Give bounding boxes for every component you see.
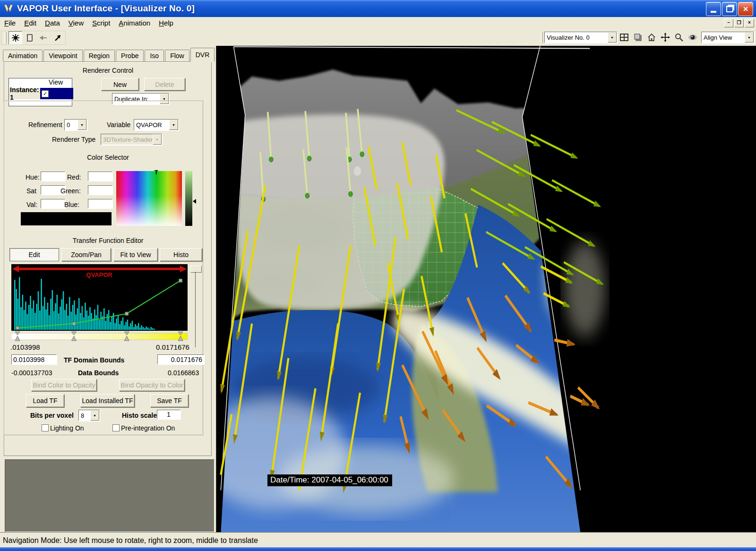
visualizer-viewport[interactable]: Date/Time: 2007-04-05_06:00:00 [216, 46, 756, 533]
toolbar: Visualizer No. 0 ▼ Align View [0, 29, 756, 46]
renderer-type-select: 3DTexture-Shader ▼ [101, 134, 162, 145]
mdi-minimize-button[interactable]: – [724, 19, 733, 27]
instance-view-checkbox[interactable]: ✓ [42, 90, 49, 97]
histo-scale-input[interactable] [157, 410, 180, 419]
menu-bar: FileEditDataViewScriptAnimationHelp – ❐ … [0, 17, 756, 30]
new-visualizer-button[interactable] [618, 31, 630, 43]
layers-icon [633, 33, 643, 42]
refinement-label: Refinement [28, 121, 62, 129]
view-column-header: View [40, 78, 71, 88]
variable-value: QVAPOR [134, 121, 169, 129]
hue-sat-picker[interactable]: T [116, 171, 182, 226]
snowflake-tool-button[interactable] [9, 31, 22, 44]
chevron-down-icon[interactable]: ▼ [608, 32, 617, 43]
menu-data[interactable]: Data [41, 17, 64, 28]
visualizer-select[interactable]: Visualizer No. 0 ▼ [544, 32, 617, 43]
color-selector-title: Color Selector [0, 154, 216, 161]
tf-editor-title: Transfer Function Editor [0, 237, 216, 244]
home-view-button[interactable] [645, 31, 658, 43]
menu-file[interactable]: File [0, 17, 20, 28]
tab-iso[interactable]: Iso [145, 50, 164, 61]
bits-per-voxel-select[interactable]: 8 ▼ [78, 410, 100, 421]
tab-bar: AnimationViewpointRegionProbeIsoFlowDVR [3, 48, 215, 61]
app-window: VAPOR User Interface - [Visualizer No. 0… [0, 0, 756, 551]
tab-viewpoint[interactable]: Viewpoint [43, 50, 82, 61]
align-view-select[interactable]: Align View ▼ [701, 32, 754, 43]
tab-flow[interactable]: Flow [165, 50, 189, 61]
tf-min-input[interactable] [11, 354, 57, 364]
delete-instance-button: Delete [144, 78, 185, 91]
move-view-button[interactable] [659, 31, 671, 43]
tf-fittoview-button[interactable]: Fit to View [113, 248, 158, 261]
restore-button[interactable] [722, 2, 737, 16]
variable-label: Variable [107, 121, 130, 129]
tf-vertical-slider-handle[interactable] [190, 266, 202, 273]
bind-opacity-button: Bind Opacity to Color [119, 379, 185, 391]
notebook-icon [26, 34, 34, 42]
home-icon [647, 33, 656, 42]
navigate-tool-button[interactable] [51, 32, 63, 44]
histogram-plot[interactable]: QVAPOR [11, 264, 188, 341]
mdi-restore-button[interactable]: ❐ [734, 19, 744, 27]
menu-view[interactable]: View [64, 17, 88, 28]
lighting-checkbox[interactable] [42, 424, 49, 431]
load-tf-button[interactable]: Load TF [26, 394, 64, 407]
chevron-down-icon[interactable]: ▼ [745, 32, 754, 43]
tab-dvr[interactable]: DVR [190, 48, 215, 61]
menu-animation[interactable]: Animation [114, 17, 155, 28]
grid-icon [619, 33, 629, 42]
instance-view-cell[interactable]: ✓ [40, 88, 73, 99]
hue-input[interactable] [41, 172, 65, 181]
toolbar-grip-right[interactable] [541, 32, 543, 43]
menu-help[interactable]: Help [155, 17, 178, 28]
blue-label: Blue: [64, 201, 79, 208]
title-bar[interactable]: VAPOR User Interface - [Visualizer No. 0… [0, 0, 756, 17]
tab-region[interactable]: Region [84, 50, 115, 61]
blue-input[interactable] [88, 199, 112, 208]
renderer-control-title: Renderer Control [0, 67, 216, 74]
hue-label: Hue: [26, 173, 40, 181]
bits-per-voxel-value: 8 [79, 412, 90, 419]
mdi-close-button[interactable]: × [745, 19, 754, 27]
taskbar-strip [0, 547, 756, 551]
tab-animation[interactable]: Animation [3, 50, 43, 61]
val-input[interactable] [41, 199, 65, 208]
tf-edit-button[interactable]: Edit [9, 248, 59, 261]
align-view-value: Align View [702, 34, 745, 41]
save-tf-button[interactable]: Save TF [150, 394, 189, 407]
eye-view-button[interactable] [686, 31, 699, 43]
chevron-down-icon[interactable]: ▼ [90, 410, 99, 421]
sat-label: Sat [26, 187, 36, 195]
chevron-down-icon[interactable]: ▼ [77, 120, 86, 130]
toolbar-grip[interactable] [4, 32, 7, 43]
probe-tool-button[interactable] [37, 32, 50, 44]
preintegration-checkbox[interactable] [112, 424, 120, 431]
viewport-scene[interactable] [216, 46, 756, 533]
tf-max-input[interactable] [157, 354, 204, 364]
tf-histo-button[interactable]: Histo [160, 248, 202, 261]
tab-probe[interactable]: Probe [116, 50, 144, 61]
menu-script[interactable]: Script [88, 17, 114, 28]
minimize-button[interactable] [706, 2, 721, 16]
new-instance-button[interactable]: New [101, 78, 139, 91]
variable-select[interactable]: QVAPOR ▼ [134, 119, 179, 130]
value-slider[interactable] [185, 171, 192, 226]
copy-region-button[interactable] [631, 31, 644, 43]
notebook-tool-button[interactable] [23, 32, 36, 44]
tf-zoompan-button[interactable]: Zoom/Pan [61, 248, 111, 261]
picker-cursor[interactable]: T [153, 170, 160, 175]
transfer-function-canvas[interactable]: QVAPOR [11, 264, 188, 341]
red-input[interactable] [88, 172, 112, 181]
zoom-view-button[interactable] [672, 31, 685, 43]
green-input[interactable] [88, 185, 112, 195]
panel-empty-area [5, 459, 215, 532]
value-slider-marker[interactable] [193, 199, 196, 204]
load-installed-tf-button[interactable]: Load Installed TF [80, 394, 135, 407]
data-max-value: 0.0166863 [168, 369, 199, 377]
refinement-select[interactable]: 0 ▼ [64, 119, 87, 130]
probe-point[interactable] [353, 166, 361, 176]
refinement-value: 0 [65, 121, 77, 129]
chevron-down-icon[interactable]: ▼ [169, 120, 178, 130]
menu-edit[interactable]: Edit [20, 17, 41, 28]
close-button[interactable]: ✕ [738, 2, 753, 16]
